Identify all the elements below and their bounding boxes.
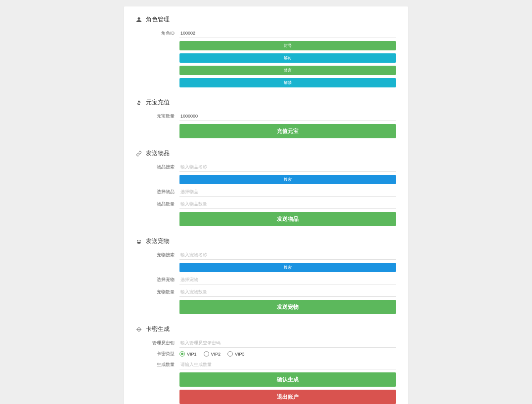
card-qty-input[interactable] bbox=[179, 360, 396, 369]
item-qty-input[interactable] bbox=[179, 200, 396, 209]
gold-heading: 元宝充值 bbox=[136, 98, 396, 107]
card-qty-label: 生成数量 bbox=[136, 362, 179, 368]
item-heading: 发送物品 bbox=[136, 149, 396, 158]
pet-qty-label: 宠物数量 bbox=[136, 289, 179, 295]
role-id-label: 角色ID bbox=[136, 30, 179, 37]
item-search-label: 物品搜索 bbox=[136, 164, 179, 170]
confirm-generate-button[interactable]: 确认生成 bbox=[179, 372, 396, 387]
link-icon bbox=[136, 151, 142, 157]
user-icon bbox=[136, 17, 142, 23]
svg-point-0 bbox=[137, 240, 138, 242]
gold-heading-text: 元宝充值 bbox=[146, 98, 170, 107]
role-id-input[interactable] bbox=[179, 29, 396, 38]
logout-button[interactable]: 退出账户 bbox=[179, 390, 396, 404]
pet-qty-input[interactable] bbox=[179, 287, 396, 297]
send-item-button[interactable]: 发送物品 bbox=[179, 212, 396, 226]
item-qty-label: 物品数量 bbox=[136, 201, 179, 207]
gold-qty-label: 元宝数量 bbox=[136, 113, 179, 120]
pet-search-input[interactable] bbox=[179, 250, 396, 260]
item-select-label: 选择物品 bbox=[136, 189, 179, 195]
card-type-vip1[interactable]: VIP1 bbox=[179, 351, 197, 357]
pet-select-label: 选择宠物 bbox=[136, 277, 179, 283]
admin-pwd-input[interactable] bbox=[179, 338, 396, 348]
role-id-row: 角色ID bbox=[136, 29, 396, 38]
admin-pwd-label: 管理员密钥 bbox=[136, 340, 179, 346]
pet-icon bbox=[136, 239, 142, 244]
role-heading: 角色管理 bbox=[136, 15, 396, 24]
unmute-button[interactable]: 解禁 bbox=[179, 78, 396, 87]
card-heading: 卡密生成 bbox=[136, 325, 396, 333]
card-type-label: 卡密类型 bbox=[136, 351, 179, 357]
ban-button[interactable]: 封号 bbox=[179, 41, 396, 50]
svg-point-1 bbox=[139, 240, 141, 242]
unban-button[interactable]: 解封 bbox=[179, 53, 396, 63]
card-type-vip3[interactable]: VIP3 bbox=[227, 351, 245, 357]
radio-icon bbox=[227, 351, 233, 357]
gold-qty-row: 元宝数量 bbox=[136, 112, 396, 121]
item-select-input[interactable] bbox=[179, 187, 396, 197]
radio-icon bbox=[204, 351, 209, 357]
dollar-icon bbox=[136, 100, 142, 106]
pet-heading: 发送宠物 bbox=[136, 237, 396, 245]
card-type-vip2[interactable]: VIP2 bbox=[204, 351, 221, 357]
pet-search-button[interactable]: 搜索 bbox=[179, 263, 396, 272]
card-heading-text: 卡密生成 bbox=[146, 325, 170, 333]
radio-label: VIP1 bbox=[187, 352, 197, 357]
item-search-input[interactable] bbox=[179, 162, 396, 172]
mute-button[interactable]: 禁言 bbox=[179, 66, 396, 75]
radio-label: VIP2 bbox=[211, 352, 221, 357]
pet-select-input[interactable] bbox=[179, 275, 396, 284]
item-heading-text: 发送物品 bbox=[146, 149, 170, 158]
card-type-radio-group: VIP1 VIP2 VIP3 bbox=[179, 351, 245, 357]
admin-panel: 角色管理 角色ID 封号 解封 禁言 解禁 元宝充值 元宝数量 充值元宝 bbox=[124, 6, 408, 404]
send-pet-button[interactable]: 发送宠物 bbox=[179, 300, 396, 314]
recharge-gold-button[interactable]: 充值元宝 bbox=[179, 124, 396, 138]
radio-label: VIP3 bbox=[235, 352, 245, 357]
gold-qty-input[interactable] bbox=[179, 112, 396, 121]
radio-icon bbox=[179, 351, 185, 357]
pet-search-label: 宠物搜索 bbox=[136, 252, 179, 258]
pet-heading-text: 发送宠物 bbox=[146, 237, 170, 245]
item-search-button[interactable]: 搜索 bbox=[179, 175, 396, 184]
role-heading-text: 角色管理 bbox=[146, 15, 170, 24]
diamond-icon bbox=[136, 326, 142, 332]
